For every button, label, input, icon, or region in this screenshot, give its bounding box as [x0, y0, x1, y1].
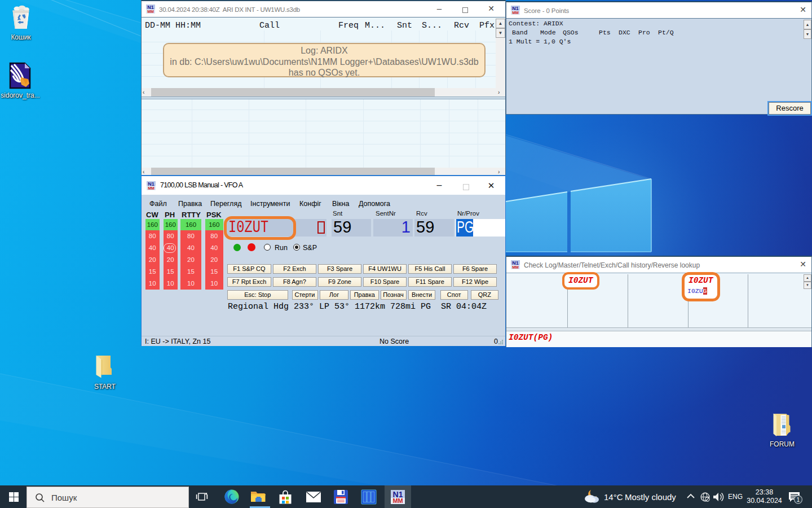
svg-text:MM: MM: [512, 265, 519, 269]
svg-text:MM: MM: [147, 10, 154, 14]
svg-text:MM: MM: [148, 186, 155, 190]
svg-text:MM: MM: [512, 11, 519, 15]
svg-text:1: 1: [797, 496, 800, 503]
svg-text:MM: MM: [392, 497, 403, 504]
